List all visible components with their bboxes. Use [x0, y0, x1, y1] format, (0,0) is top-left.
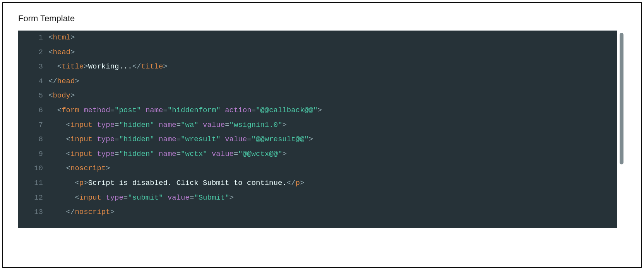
line-number: 8 [18, 132, 43, 147]
line-number: 3 [18, 60, 43, 74]
code-line[interactable]: <title>Working...</title> [48, 60, 626, 74]
code-line[interactable]: <noscript> [48, 161, 626, 176]
code-line[interactable]: <p>Script is disabled. Click Submit to c… [48, 176, 626, 191]
code-line[interactable]: </head> [48, 74, 626, 89]
line-number-gutter: 12345678910111213 [18, 31, 48, 228]
line-number: 11 [18, 176, 43, 191]
code-line[interactable]: <input type="submit" value="Submit"> [48, 191, 626, 205]
code-line[interactable]: <head> [48, 45, 626, 60]
scrollbar-track [617, 31, 626, 228]
line-number: 9 [18, 147, 43, 162]
line-number: 7 [18, 118, 43, 133]
code-content[interactable]: <html><head> <title>Working...</title></… [48, 31, 626, 228]
form-template-panel: Form Template 12345678910111213 <html><h… [2, 2, 642, 268]
code-line[interactable]: <form method="post" name="hiddenform" ac… [48, 103, 626, 118]
code-editor[interactable]: 12345678910111213 <html><head> <title>Wo… [18, 31, 626, 228]
line-number: 5 [18, 89, 43, 103]
scrollbar-thumb[interactable] [620, 33, 623, 164]
line-number: 12 [18, 191, 43, 205]
code-line[interactable]: <input type="hidden" name="wa" value="ws… [48, 118, 626, 133]
line-number: 13 [18, 205, 43, 220]
section-title: Form Template [18, 14, 626, 24]
code-line[interactable]: <body> [48, 89, 626, 103]
line-number: 1 [18, 31, 43, 45]
code-line[interactable]: <input type="hidden" name="wctx" value="… [48, 147, 626, 162]
code-line[interactable]: <input type="hidden" name="wresult" valu… [48, 132, 626, 147]
code-line[interactable]: </noscript> [48, 205, 626, 220]
line-number: 4 [18, 74, 43, 89]
line-number: 6 [18, 103, 43, 118]
code-line[interactable]: <html> [48, 31, 626, 45]
line-number: 2 [18, 45, 43, 60]
line-number: 10 [18, 161, 43, 176]
